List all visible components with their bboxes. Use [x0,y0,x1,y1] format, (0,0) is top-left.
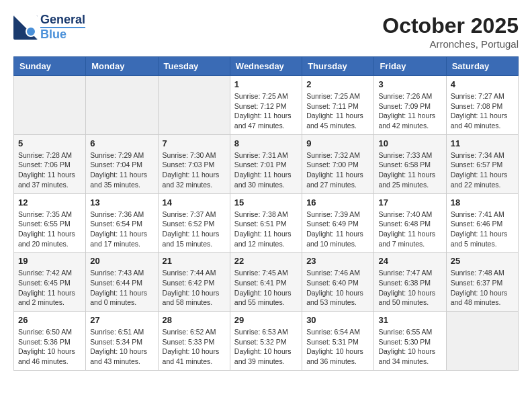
calendar-cell: 6Sunrise: 7:29 AM Sunset: 7:04 PM Daylig… [86,134,158,193]
day-info: Sunrise: 7:31 AM Sunset: 7:01 PM Dayligh… [234,150,298,190]
calendar-cell: 28Sunrise: 6:52 AM Sunset: 5:33 PM Dayli… [158,312,230,371]
day-number: 19 [18,256,81,266]
day-info: Sunrise: 6:52 AM Sunset: 5:33 PM Dayligh… [163,327,226,367]
calendar-cell: 16Sunrise: 7:39 AM Sunset: 6:49 PM Dayli… [302,193,374,253]
day-number: 5 [18,138,81,148]
day-number: 17 [378,197,441,208]
calendar-cell: 1Sunrise: 7:25 AM Sunset: 7:12 PM Daylig… [230,76,302,135]
calendar-cell: 31Sunrise: 6:55 AM Sunset: 5:30 PM Dayli… [374,312,446,371]
day-header-thursday: Thursday [302,57,374,76]
calendar-cell: 7Sunrise: 7:30 AM Sunset: 7:03 PM Daylig… [158,134,230,193]
day-info: Sunrise: 6:54 AM Sunset: 5:31 PM Dayligh… [306,327,369,367]
day-number: 8 [234,138,298,148]
day-number: 23 [306,256,369,266]
day-info: Sunrise: 7:26 AM Sunset: 7:09 PM Dayligh… [378,91,441,131]
day-info: Sunrise: 7:42 AM Sunset: 6:45 PM Dayligh… [18,268,81,308]
calendar-week-5: 26Sunrise: 6:50 AM Sunset: 5:36 PM Dayli… [14,312,519,371]
day-info: Sunrise: 7:39 AM Sunset: 6:49 PM Dayligh… [306,210,369,249]
calendar-cell: 21Sunrise: 7:44 AM Sunset: 6:42 PM Dayli… [158,253,230,312]
calendar-cell: 14Sunrise: 7:37 AM Sunset: 6:52 PM Dayli… [158,193,230,253]
location: Arronches, Portugal [382,38,519,50]
calendar: SundayMondayTuesdayWednesdayThursdayFrid… [13,56,519,371]
calendar-cell: 27Sunrise: 6:51 AM Sunset: 5:34 PM Dayli… [86,312,158,371]
day-info: Sunrise: 7:33 AM Sunset: 6:58 PM Dayligh… [378,150,441,190]
day-number: 27 [90,315,153,325]
day-number: 15 [234,197,298,208]
calendar-cell: 25Sunrise: 7:48 AM Sunset: 6:37 PM Dayli… [446,253,518,312]
logo: General Blue [13,13,85,42]
day-number: 13 [90,197,153,208]
calendar-cell: 15Sunrise: 7:38 AM Sunset: 6:51 PM Dayli… [230,193,302,253]
calendar-week-2: 5Sunrise: 7:28 AM Sunset: 7:06 PM Daylig… [14,134,519,193]
calendar-week-3: 12Sunrise: 7:35 AM Sunset: 6:55 PM Dayli… [14,193,519,253]
day-header-monday: Monday [86,57,158,76]
calendar-cell: 18Sunrise: 7:41 AM Sunset: 6:46 PM Dayli… [446,193,518,253]
day-number: 30 [306,315,369,325]
calendar-cell: 4Sunrise: 7:27 AM Sunset: 7:08 PM Daylig… [446,76,518,135]
day-info: Sunrise: 7:38 AM Sunset: 6:51 PM Dayligh… [234,210,298,249]
title-block: October 2025 Arronches, Portugal [382,13,519,50]
day-number: 12 [18,197,81,208]
calendar-cell: 5Sunrise: 7:28 AM Sunset: 7:06 PM Daylig… [14,134,86,193]
calendar-cell: 9Sunrise: 7:32 AM Sunset: 7:00 PM Daylig… [302,134,374,193]
day-number: 2 [306,79,369,89]
calendar-cell: 8Sunrise: 7:31 AM Sunset: 7:01 PM Daylig… [230,134,302,193]
day-info: Sunrise: 7:43 AM Sunset: 6:44 PM Dayligh… [90,268,153,308]
day-number: 16 [306,197,369,208]
day-number: 7 [163,138,226,148]
day-number: 6 [90,138,153,148]
calendar-cell [158,76,230,135]
day-number: 4 [451,79,514,89]
calendar-header-row: SundayMondayTuesdayWednesdayThursdayFrid… [14,57,519,76]
day-info: Sunrise: 6:51 AM Sunset: 5:34 PM Dayligh… [90,327,153,367]
day-number: 26 [18,315,81,325]
day-info: Sunrise: 7:40 AM Sunset: 6:48 PM Dayligh… [378,210,441,249]
calendar-cell: 30Sunrise: 6:54 AM Sunset: 5:31 PM Dayli… [302,312,374,371]
day-number: 3 [378,79,441,89]
day-info: Sunrise: 7:27 AM Sunset: 7:08 PM Dayligh… [451,91,514,131]
day-number: 9 [306,138,369,148]
day-info: Sunrise: 7:36 AM Sunset: 6:54 PM Dayligh… [90,210,153,249]
day-info: Sunrise: 7:29 AM Sunset: 7:04 PM Dayligh… [90,150,153,190]
day-info: Sunrise: 7:30 AM Sunset: 7:03 PM Dayligh… [163,150,226,190]
day-info: Sunrise: 7:28 AM Sunset: 7:06 PM Dayligh… [18,150,81,190]
calendar-cell [86,76,158,135]
day-number: 1 [234,79,298,89]
day-number: 25 [451,256,514,266]
calendar-cell: 29Sunrise: 6:53 AM Sunset: 5:32 PM Dayli… [230,312,302,371]
day-number: 11 [451,138,514,148]
calendar-cell: 24Sunrise: 7:47 AM Sunset: 6:38 PM Dayli… [374,253,446,312]
day-info: Sunrise: 7:37 AM Sunset: 6:52 PM Dayligh… [163,210,226,249]
day-number: 20 [90,256,153,266]
day-number: 24 [378,256,441,266]
day-header-friday: Friday [374,57,446,76]
calendar-cell: 20Sunrise: 7:43 AM Sunset: 6:44 PM Dayli… [86,253,158,312]
calendar-week-4: 19Sunrise: 7:42 AM Sunset: 6:45 PM Dayli… [14,253,519,312]
day-info: Sunrise: 7:41 AM Sunset: 6:46 PM Dayligh… [451,210,514,249]
calendar-cell: 11Sunrise: 7:34 AM Sunset: 6:57 PM Dayli… [446,134,518,193]
calendar-cell: 17Sunrise: 7:40 AM Sunset: 6:48 PM Dayli… [374,193,446,253]
calendar-cell: 26Sunrise: 6:50 AM Sunset: 5:36 PM Dayli… [14,312,86,371]
calendar-cell: 23Sunrise: 7:46 AM Sunset: 6:40 PM Dayli… [302,253,374,312]
month-year: October 2025 [382,13,519,38]
day-info: Sunrise: 7:32 AM Sunset: 7:00 PM Dayligh… [306,150,369,190]
page-header: General Blue October 2025 Arronches, Por… [13,13,519,50]
day-info: Sunrise: 6:55 AM Sunset: 5:30 PM Dayligh… [378,327,441,367]
calendar-cell: 3Sunrise: 7:26 AM Sunset: 7:09 PM Daylig… [374,76,446,135]
logo-line2: Blue [40,27,85,42]
day-info: Sunrise: 7:34 AM Sunset: 6:57 PM Dayligh… [451,150,514,190]
day-header-tuesday: Tuesday [158,57,230,76]
day-number: 21 [163,256,226,266]
calendar-body: 1Sunrise: 7:25 AM Sunset: 7:12 PM Daylig… [14,76,519,371]
day-header-sunday: Sunday [14,57,86,76]
day-info: Sunrise: 7:47 AM Sunset: 6:38 PM Dayligh… [378,268,441,308]
calendar-cell: 12Sunrise: 7:35 AM Sunset: 6:55 PM Dayli… [14,193,86,253]
day-info: Sunrise: 7:35 AM Sunset: 6:55 PM Dayligh… [18,210,81,249]
day-number: 10 [378,138,441,148]
calendar-week-1: 1Sunrise: 7:25 AM Sunset: 7:12 PM Daylig… [14,76,519,135]
calendar-cell: 19Sunrise: 7:42 AM Sunset: 6:45 PM Dayli… [14,253,86,312]
calendar-cell: 13Sunrise: 7:36 AM Sunset: 6:54 PM Dayli… [86,193,158,253]
calendar-cell [14,76,86,135]
day-info: Sunrise: 7:44 AM Sunset: 6:42 PM Dayligh… [163,268,226,308]
logo-line1: General [40,13,85,27]
